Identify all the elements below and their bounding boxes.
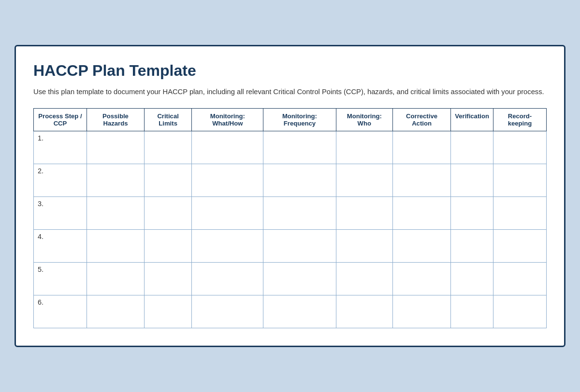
table-header-row: Process Step / CCPPossible HazardsCritic… bbox=[34, 108, 547, 131]
cell-process-step: 5. bbox=[34, 262, 87, 295]
cell-monitoring-frequency bbox=[263, 164, 336, 196]
cell-process-step: 3. bbox=[34, 196, 87, 229]
cell-monitoring-what-how bbox=[192, 295, 263, 328]
col-header-corrective-action: Corrective Action bbox=[392, 108, 450, 131]
page-description: Use this plan template to document your … bbox=[33, 86, 547, 97]
cell-verification bbox=[451, 131, 493, 164]
cell-monitoring-what-how bbox=[192, 131, 263, 164]
cell-verification bbox=[451, 229, 493, 262]
cell-critical-limits bbox=[144, 131, 192, 164]
cell-possible-hazards bbox=[87, 262, 145, 295]
cell-possible-hazards bbox=[87, 295, 145, 328]
cell-process-step: 1. bbox=[34, 131, 87, 164]
cell-process-step: 4. bbox=[34, 229, 87, 262]
cell-monitoring-who bbox=[336, 295, 392, 328]
table-row: 2. bbox=[34, 164, 547, 196]
table-row: 5. bbox=[34, 262, 547, 295]
cell-monitoring-who bbox=[336, 262, 392, 295]
cell-monitoring-who bbox=[336, 131, 392, 164]
cell-monitoring-what-how bbox=[192, 262, 263, 295]
cell-record-keeping bbox=[493, 295, 546, 328]
col-header-monitoring-who: Monitoring: Who bbox=[336, 108, 392, 131]
cell-monitoring-who bbox=[336, 196, 392, 229]
cell-monitoring-frequency bbox=[263, 295, 336, 328]
cell-monitoring-frequency bbox=[263, 196, 336, 229]
col-header-critical-limits: Critical Limits bbox=[144, 108, 192, 131]
cell-possible-hazards bbox=[87, 164, 145, 196]
cell-record-keeping bbox=[493, 229, 546, 262]
table-row: 3. bbox=[34, 196, 547, 229]
cell-record-keeping bbox=[493, 196, 546, 229]
table-row: 6. bbox=[34, 295, 547, 328]
cell-corrective-action bbox=[392, 131, 450, 164]
haccp-table: Process Step / CCPPossible HazardsCritic… bbox=[33, 108, 547, 328]
cell-possible-hazards bbox=[87, 131, 145, 164]
col-header-possible-hazards: Possible Hazards bbox=[87, 108, 145, 131]
col-header-monitoring-frequency: Monitoring: Frequency bbox=[263, 108, 336, 131]
cell-critical-limits bbox=[144, 196, 192, 229]
cell-monitoring-who bbox=[336, 164, 392, 196]
cell-verification bbox=[451, 164, 493, 196]
cell-record-keeping bbox=[493, 262, 546, 295]
cell-monitoring-frequency bbox=[263, 131, 336, 164]
cell-process-step: 6. bbox=[34, 295, 87, 328]
col-header-process-step: Process Step / CCP bbox=[34, 108, 87, 131]
cell-corrective-action bbox=[392, 295, 450, 328]
cell-monitoring-who bbox=[336, 229, 392, 262]
table-row: 1. bbox=[34, 131, 547, 164]
cell-verification bbox=[451, 295, 493, 328]
cell-process-step: 2. bbox=[34, 164, 87, 196]
page-title: HACCP Plan Template bbox=[33, 62, 547, 80]
cell-possible-hazards bbox=[87, 196, 145, 229]
cell-corrective-action bbox=[392, 262, 450, 295]
cell-possible-hazards bbox=[87, 229, 145, 262]
cell-corrective-action bbox=[392, 196, 450, 229]
col-header-monitoring-what-how: Monitoring: What/How bbox=[192, 108, 263, 131]
cell-verification bbox=[451, 196, 493, 229]
cell-corrective-action bbox=[392, 164, 450, 196]
cell-verification bbox=[451, 262, 493, 295]
cell-monitoring-what-how bbox=[192, 229, 263, 262]
cell-corrective-action bbox=[392, 229, 450, 262]
col-header-verification: Verification bbox=[451, 108, 493, 131]
cell-critical-limits bbox=[144, 164, 192, 196]
cell-critical-limits bbox=[144, 262, 192, 295]
col-header-record-keeping: Record-keeping bbox=[493, 108, 546, 131]
cell-monitoring-frequency bbox=[263, 262, 336, 295]
cell-monitoring-frequency bbox=[263, 229, 336, 262]
cell-critical-limits bbox=[144, 295, 192, 328]
table-row: 4. bbox=[34, 229, 547, 262]
cell-monitoring-what-how bbox=[192, 164, 263, 196]
haccp-plan-card: HACCP Plan Template Use this plan templa… bbox=[14, 45, 566, 347]
cell-record-keeping bbox=[493, 164, 546, 196]
cell-monitoring-what-how bbox=[192, 196, 263, 229]
cell-critical-limits bbox=[144, 229, 192, 262]
cell-record-keeping bbox=[493, 131, 546, 164]
